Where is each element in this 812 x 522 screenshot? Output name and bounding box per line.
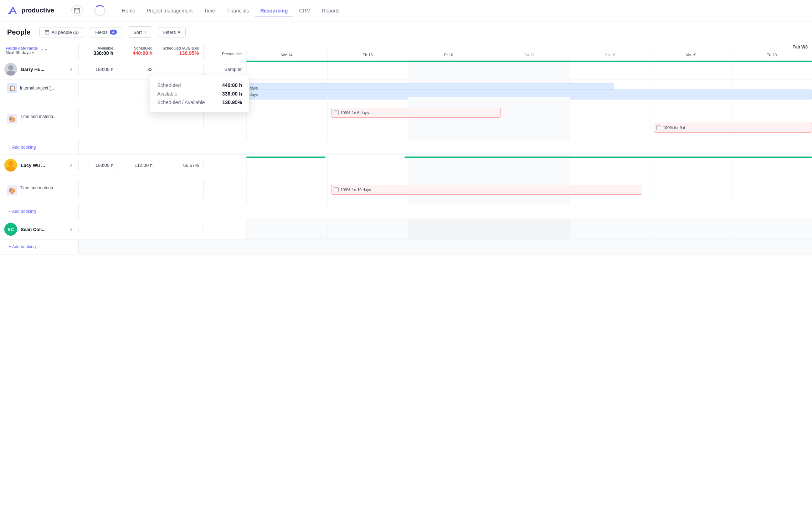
project-row-time-materials-garry: 🎨 Time and materia... bbox=[0, 97, 812, 140]
nav-reports[interactable]: Reports bbox=[317, 5, 344, 16]
inbox-icon[interactable] bbox=[71, 5, 83, 16]
add-booking-left-lucy: + Add booking bbox=[0, 206, 78, 217]
project-title-cell bbox=[203, 80, 246, 97]
garry-calendar bbox=[246, 59, 812, 79]
project-row-time-materials-lucy: 🎨 Time and materia... bbox=[0, 175, 812, 204]
lucy-calendar bbox=[246, 155, 812, 175]
collapse-garry-icon[interactable]: ∧ bbox=[68, 65, 74, 73]
calendar-header: Feb W8 We 14Th 15Fr 16Sa 17Su 18Mo 19Tu … bbox=[246, 43, 812, 59]
available-column-header: Available 336:00 h bbox=[78, 43, 118, 59]
booking-checkbox[interactable] bbox=[334, 187, 339, 192]
date-range-chevron-icon: ▾ bbox=[32, 51, 34, 55]
day-col-tu20: Tu 20 bbox=[731, 51, 812, 58]
person-left-garry: Garry Hu... ∧ bbox=[0, 60, 78, 78]
avatar-lucy bbox=[4, 159, 17, 172]
day-cell-weekend bbox=[489, 97, 570, 140]
day-cell bbox=[570, 97, 651, 140]
project-stat-cell bbox=[157, 80, 203, 97]
svg-point-4 bbox=[8, 65, 13, 70]
available-total: 336:00 h bbox=[93, 50, 113, 56]
add-booking-button-sean[interactable]: + Add booking bbox=[9, 244, 36, 249]
sort-button[interactable]: Sort ↑ bbox=[128, 26, 152, 38]
sean-scheduled-available bbox=[157, 226, 203, 232]
project-name-time-lucy: Time and materia... bbox=[20, 185, 74, 190]
nav-financials[interactable]: Financials bbox=[221, 5, 254, 16]
sean-person-title bbox=[203, 226, 246, 232]
day-cell bbox=[731, 97, 812, 140]
internal-project-calendar: days days bbox=[246, 80, 812, 97]
person-row-sean: SC Sean Coll... ∧ bbox=[0, 219, 812, 240]
available-label: Available bbox=[98, 46, 113, 50]
date-range-value: Next 30 days bbox=[6, 50, 31, 55]
project-stat-cell bbox=[118, 110, 157, 127]
project-name-time-garry: Time and materia... bbox=[20, 114, 74, 119]
availability-bar-garry bbox=[246, 61, 812, 62]
add-booking-button-lucy[interactable]: + Add booking bbox=[9, 209, 36, 214]
booking-bar-10days[interactable]: 100% for 10 days bbox=[331, 185, 642, 195]
column-headers: Fields date range Next 30 days ▾ ⌃⌃ Avai… bbox=[0, 43, 812, 59]
person-name-lucy: Lucy Wu ... bbox=[21, 163, 65, 168]
day-cell-weekend bbox=[408, 59, 489, 79]
green-bar-lucy1 bbox=[246, 157, 325, 158]
sean-scheduled bbox=[118, 226, 157, 232]
nav-crm[interactable]: CRM bbox=[294, 5, 315, 16]
booking-label: 100% for 6 days bbox=[340, 111, 369, 115]
day-cell-weekend bbox=[408, 155, 489, 175]
booking-bar-6days[interactable]: 100% for 6 days bbox=[331, 108, 501, 118]
booking-checkbox[interactable] bbox=[334, 110, 339, 115]
nav-time[interactable]: Time bbox=[199, 5, 220, 16]
add-booking-label: + Add booking bbox=[9, 209, 36, 214]
collapse-all-icon[interactable]: ⌃⌃ bbox=[41, 48, 48, 53]
day-cell bbox=[731, 59, 812, 79]
time-materials-lucy-calendar: 100% for 10 days bbox=[246, 175, 812, 204]
day-cell-weekend bbox=[489, 59, 570, 79]
day-cell bbox=[327, 219, 408, 239]
collapse-sean-icon[interactable]: ∧ bbox=[68, 225, 74, 233]
all-people-label: All people (3) bbox=[52, 30, 79, 35]
project-title-cell bbox=[203, 110, 246, 127]
booking-bar-9days[interactable]: 100% for 9 d bbox=[654, 123, 812, 133]
app-name: productive bbox=[21, 7, 54, 14]
scheduled-total: 440:00 h bbox=[133, 50, 153, 56]
fields-button[interactable]: Fields 4 bbox=[90, 27, 122, 37]
project-left-internal: 📋 Internal project [... bbox=[0, 80, 78, 96]
day-col-su18: Su 18 bbox=[570, 51, 651, 58]
collapse-lucy-icon[interactable]: ∧ bbox=[68, 161, 74, 169]
sort-arrow-icon: ↑ bbox=[144, 29, 147, 35]
fields-date-range-label: Fields date range bbox=[6, 46, 38, 50]
booking-label: 100% for 9 d bbox=[663, 126, 685, 130]
add-booking-row-lucy: + Add booking bbox=[0, 204, 812, 219]
add-booking-button-garry[interactable]: + Add booking bbox=[9, 145, 36, 150]
loading-spinner bbox=[94, 5, 106, 16]
person-row-garry: Garry Hu... ∧ 168:00 h 32 Sampler bbox=[0, 59, 812, 80]
person-left-lucy: Lucy Wu ... ∧ bbox=[0, 156, 78, 174]
scheduled-available-label: Scheduled /Available bbox=[162, 46, 199, 50]
all-people-button[interactable]: All people (3) bbox=[39, 27, 84, 37]
day-cell-weekend bbox=[408, 97, 489, 140]
top-nav: productive // Will be populated after JS… bbox=[0, 0, 812, 21]
person-stats-sean bbox=[78, 226, 203, 232]
project-stat-cell bbox=[78, 181, 118, 198]
day-col-we14: We 14 bbox=[246, 51, 327, 58]
day-cell bbox=[327, 155, 408, 175]
person-stats-lucy: 168:00 h 112:00 h 66.67% bbox=[78, 160, 203, 171]
body-scroll[interactable]: Garry Hu... ∧ 168:00 h 32 Sampler bbox=[0, 59, 812, 522]
project-icon-internal: 📋 bbox=[7, 83, 17, 93]
scheduled-label: Scheduled bbox=[134, 46, 153, 50]
filters-label: Filters bbox=[163, 30, 176, 35]
lucy-person-title bbox=[203, 162, 246, 168]
day-cell bbox=[246, 155, 327, 175]
booking-checkbox[interactable] bbox=[656, 125, 661, 130]
nav-resourcing[interactable]: Resourcing bbox=[255, 5, 293, 16]
day-cell bbox=[327, 59, 408, 79]
nav-home[interactable]: Home bbox=[117, 5, 140, 16]
day-cell bbox=[570, 219, 651, 239]
initials-sean: SC bbox=[7, 227, 14, 232]
day-cell bbox=[731, 155, 812, 175]
day-cell-weekend bbox=[408, 219, 489, 239]
nav-project-management[interactable]: Project management bbox=[142, 5, 197, 16]
svg-point-7 bbox=[8, 161, 13, 166]
filters-button[interactable]: Filters ▾ bbox=[158, 27, 186, 37]
logo[interactable]: productive bbox=[7, 6, 54, 16]
lucy-scheduled: 112:00 h bbox=[118, 160, 157, 171]
